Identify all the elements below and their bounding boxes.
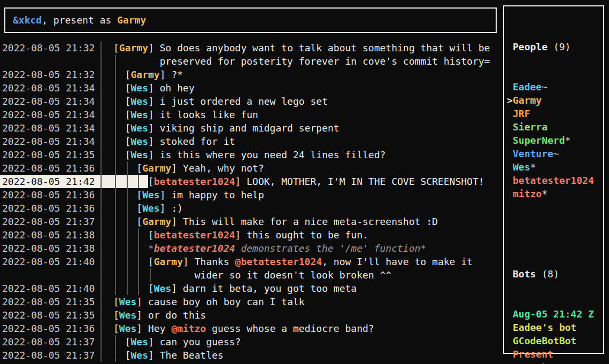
timestamp-divider (101, 41, 102, 362)
message-segment: it looks like fun (160, 109, 258, 120)
bracket-open: [ (113, 42, 119, 53)
bracket-open: [ (148, 256, 154, 267)
status-suffix: * (530, 161, 536, 173)
mention: @betatester1024 (235, 256, 322, 267)
bracket-open: [ (125, 122, 131, 134)
bracket-close: ] (160, 189, 172, 200)
chat-message-row: 2022-08-05 21:35[Wes] cause boy oh boy c… (0, 295, 502, 308)
timestamp: 2022-08-05 21:36 (2, 161, 95, 175)
timestamp: 2022-08-05 21:36 (2, 188, 95, 202)
bracket-open: [ (148, 283, 154, 294)
current-user-marker: > (507, 94, 513, 107)
message-text: [Wes] is this where you need 24 lines fi… (125, 148, 386, 161)
people-list: Eadee~>GarmyJRFSierraSuperNerd*Venture~W… (513, 80, 603, 200)
bot-item: Aug-05 21:42 Z (513, 307, 603, 321)
message-segment: demonstrates the '/me' function* (235, 243, 427, 254)
chat-message-row: 2022-08-05 21:36[Wes] Hey @mitzo guess w… (0, 322, 502, 335)
roster-sidebar[interactable]: People (9) Eadee~>GarmyJRFSierraSuperNer… (503, 5, 604, 354)
bracket-open: [ (125, 136, 131, 147)
chat-message-row: 2022-08-05 21:37[Garmy] This will make f… (0, 215, 502, 228)
bracket-close: ] (148, 109, 160, 120)
cove-chat-app: { "header": { "channel": "&xkcd", "mid":… (0, 0, 609, 364)
people-label: People (513, 41, 548, 52)
people-header: People (9) (513, 40, 603, 53)
message-segment: or do this (148, 309, 206, 321)
nickname: Garmy (142, 162, 171, 174)
roster-nickname: SuperNerd (513, 135, 565, 146)
bracket-close: ] (171, 216, 183, 227)
status-suffix: * (565, 135, 571, 146)
chat-log[interactable]: 2022-08-05 21:32[Garmy] So does anybody … (0, 0, 502, 364)
chat-message-row: 2022-08-05 21:38[betatester1024] this ou… (0, 228, 502, 242)
person-item: betatester1024 (513, 174, 603, 187)
bracket-close: ] (235, 229, 247, 241)
thread-guide-line (150, 268, 151, 282)
message-text: [Wes] Hey @mitzo guess whose a mediocre … (113, 322, 374, 335)
bracket-close: ] (136, 323, 148, 334)
bracket-close: ] (171, 162, 183, 174)
chat-message-row: 2022-08-05 21:34[Wes] oh hey (0, 81, 502, 95)
chat-message-row: 2022-08-05 21:34[Wes] stoked for it (0, 135, 502, 148)
chat-message-row: 2022-08-05 21:40[Garmy] Thanks @betatest… (0, 255, 502, 268)
message-segment: viking ship and midgard serpent (160, 122, 340, 134)
timestamp: 2022-08-05 21:38 (2, 242, 95, 255)
nickname: betatester1024 (154, 176, 235, 187)
chat-message-row: 2022-08-05 21:37[Wes] can you guess? (0, 335, 502, 348)
message-segment: wider so it doesn't look broken ^^ (195, 269, 391, 281)
message-text: [Wes] darn it beta, you got too meta (148, 282, 357, 295)
message-segment: cause boy oh boy can I talk (148, 296, 305, 307)
message-text: [Wes] or do this (113, 308, 206, 322)
status-suffix: ~ (542, 81, 548, 92)
status-suffix: ~ (553, 148, 559, 159)
roster-nickname: betatester1024 (513, 175, 594, 186)
nickname: Wes (131, 336, 149, 347)
message-text: [betatester1024] LOOK, MOTHER, I'M IN TH… (148, 175, 484, 188)
timestamp: 2022-08-05 21:34 (2, 135, 95, 148)
bracket-close: ] (148, 149, 160, 160)
chat-message-row: 2022-08-05 21:35[Wes] or do this (0, 308, 502, 322)
bots-count: (8) (542, 268, 559, 280)
message-text: [Wes] stoked for it (125, 135, 235, 148)
message-segment: ?* (171, 69, 183, 80)
timestamp: 2022-08-05 21:34 (2, 81, 95, 95)
nickname: Wes (154, 283, 172, 294)
message-text: [Wes] im happy to help (136, 188, 264, 202)
timestamp: 2022-08-05 21:37 (2, 335, 95, 348)
message-text: [Garmy] ?* (125, 68, 183, 81)
bracket-close: ] (148, 350, 160, 361)
message-segment: So does anybody want to talk about somet… (160, 42, 490, 53)
message-segment: darn it beta, you got too meta (183, 283, 357, 294)
bracket-open: [ (113, 309, 119, 321)
message-segment: Yeah, why not? (183, 162, 264, 174)
message-segment: i just ordered a new lego set (160, 96, 328, 107)
bracket-close: ] (160, 203, 172, 214)
nickname: Wes (142, 189, 160, 200)
message-text: [Wes] viking ship and midgard serpent (125, 121, 340, 135)
message-segment: LOOK, MOTHER, I'M IN THE COVE SCREENSHOT… (246, 176, 484, 187)
chat-message-row: 2022-08-05 21:37[Wes] The Beatles (0, 348, 502, 362)
message-segment: The Beatles (160, 350, 223, 361)
message-text: [Garmy] Thanks @betatester1024, now I'll… (148, 255, 473, 268)
message-segment: this ought to be fun. (246, 229, 368, 241)
bracket-open: [ (125, 336, 131, 347)
timestamp: 2022-08-05 21:35 (2, 308, 95, 322)
bracket-open: [ (125, 69, 131, 80)
timestamp: 2022-08-05 21:34 (2, 108, 95, 121)
message-text: [Wes] :) (136, 202, 183, 215)
roster-nickname: Present (513, 348, 553, 360)
nickname: Garmy (154, 256, 183, 267)
nickname: Wes (131, 96, 149, 107)
timestamp: 2022-08-05 21:35 (2, 148, 95, 161)
person-item: mitzo* (513, 187, 603, 200)
nickname: Wes (131, 82, 149, 94)
person-item: Venture~ (513, 147, 603, 160)
timestamp: 2022-08-05 21:37 (2, 215, 95, 228)
nickname: betatester1024 (154, 243, 235, 254)
people-count: (9) (553, 41, 571, 52)
timestamp: 2022-08-05 21:40 (2, 255, 95, 268)
timestamp: 2022-08-05 21:32 (2, 41, 95, 55)
nickname: Garmy (119, 42, 148, 53)
bracket-open: [ (125, 149, 131, 160)
chat-message-row: 2022-08-05 21:34[Wes] it looks like fun (0, 108, 502, 121)
bracket-close: ] (148, 122, 160, 134)
